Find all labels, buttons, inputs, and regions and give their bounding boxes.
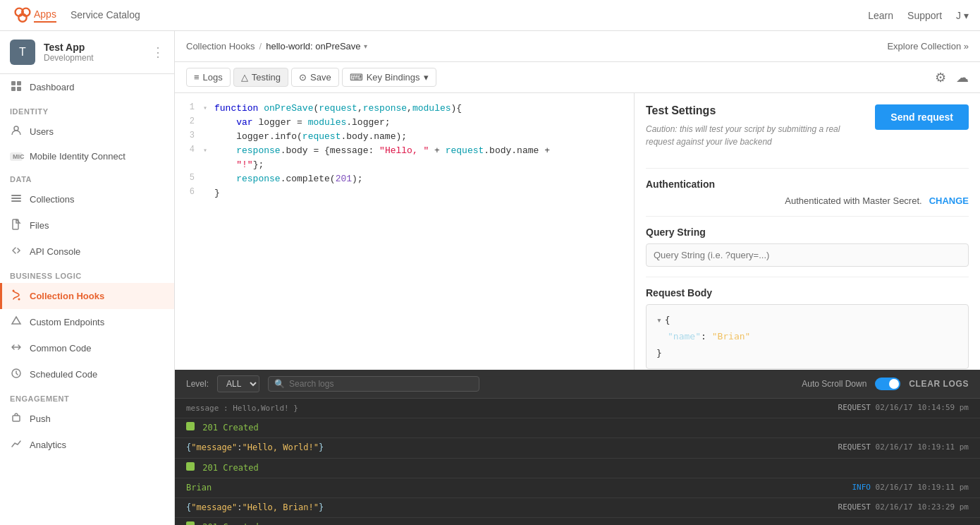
level-label: Level: xyxy=(186,379,209,389)
svg-rect-6 xyxy=(17,87,21,91)
log-status-2: 201 Created xyxy=(175,459,980,478)
app-logo xyxy=(11,4,34,27)
request-body-editor[interactable]: ▾{ "name": "Brian" } xyxy=(646,304,969,369)
logs-panel: Level: ALL 🔍 Auto Scroll Down CLEAR LOGS xyxy=(175,370,980,525)
svg-rect-10 xyxy=(11,200,21,202)
custom-endpoints-label: Custom Endpoints xyxy=(30,317,104,327)
mic-badge-icon: MIC xyxy=(10,152,23,161)
sidebar-item-api-console[interactable]: API Console xyxy=(0,239,174,265)
main-layout: T Test App Development ⋮ Dashboard IDENT… xyxy=(0,31,980,525)
custom-endpoints-icon xyxy=(10,315,23,329)
analytics-label: Analytics xyxy=(30,440,66,450)
nav-learn[interactable]: Learn xyxy=(868,10,893,21)
logs-button[interactable]: ≡ Logs xyxy=(186,68,231,87)
scheduled-code-icon xyxy=(10,368,23,381)
query-string-title: Query String xyxy=(646,216,969,238)
svg-marker-14 xyxy=(12,317,20,324)
body-toggle-icon: ▾ xyxy=(656,315,662,325)
app-icon: T xyxy=(10,40,35,65)
testing-button[interactable]: △ Testing xyxy=(233,68,288,87)
code-editor[interactable]: 1 ▾ function onPreSave(request,response,… xyxy=(175,93,635,370)
sidebar-app-info: Test App Development xyxy=(44,42,143,63)
svg-point-13 xyxy=(18,298,20,301)
users-label: Users xyxy=(30,126,54,137)
log-status-3: 201 Created xyxy=(175,518,980,525)
top-nav-right: Learn Support J ▾ xyxy=(868,10,969,21)
app-env: Development xyxy=(44,53,143,63)
key-bindings-button[interactable]: ⌨ Key Bindings ▾ xyxy=(342,68,436,87)
analytics-icon xyxy=(10,438,23,452)
sidebar-section-data: DATA xyxy=(0,168,174,186)
status-badge-icon xyxy=(186,422,195,430)
code-line-4: 4 ▾ response.body = {message: "Hello, " … xyxy=(175,144,634,158)
cloud-icon[interactable]: ☁ xyxy=(956,70,969,85)
code-line-1: 1 ▾ function onPreSave(request,response,… xyxy=(175,102,634,116)
collection-hooks-label: Collection Hooks xyxy=(30,291,104,301)
query-string-input[interactable] xyxy=(646,243,969,267)
sidebar-item-custom-endpoints[interactable]: Custom Endpoints xyxy=(0,309,174,335)
keyboard-icon: ⌨ xyxy=(350,72,363,83)
auto-scroll-label: Auto Scroll Down xyxy=(802,379,866,389)
api-console-icon xyxy=(10,245,23,258)
test-panel: Test Settings Caution: this will test yo… xyxy=(635,93,980,370)
request-body-title: Request Body xyxy=(646,277,969,298)
authentication-title: Authentication xyxy=(646,168,969,190)
breadcrumb-separator: / xyxy=(259,41,262,52)
files-label: Files xyxy=(30,220,49,231)
nav-apps[interactable]: Apps xyxy=(34,8,56,23)
sidebar-item-collection-hooks[interactable]: Collection Hooks xyxy=(0,283,174,309)
logs-search-input[interactable] xyxy=(289,379,473,389)
code-line-2: 2 var logger = modules.logger; xyxy=(175,116,634,130)
sidebar-item-dashboard[interactable]: Dashboard xyxy=(0,74,174,100)
code-line-3: 3 logger.info(request.body.name); xyxy=(175,130,634,144)
settings-gear-icon[interactable]: ⚙ xyxy=(935,70,946,85)
editor-test-area: 1 ▾ function onPreSave(request,response,… xyxy=(175,93,980,370)
common-code-icon xyxy=(10,342,23,355)
sidebar-item-push[interactable]: Push xyxy=(0,406,174,432)
level-select[interactable]: ALL xyxy=(217,375,259,392)
nav-user[interactable]: J ▾ xyxy=(956,10,969,21)
toolbar-right: ⚙ ☁ xyxy=(935,70,969,85)
code-line-6: 6 } xyxy=(175,186,634,200)
users-icon xyxy=(10,125,23,138)
sidebar-section-identity: IDENTITY xyxy=(0,100,174,119)
sidebar-item-analytics[interactable]: Analytics xyxy=(0,432,174,458)
svg-point-12 xyxy=(13,290,15,292)
breadcrumb-collection-hooks[interactable]: Collection Hooks xyxy=(186,41,255,52)
send-request-button[interactable]: Send request xyxy=(875,104,969,130)
svg-rect-4 xyxy=(17,81,21,85)
log-entry-2: {"message":"Hello, World!"} REQUEST 02/1… xyxy=(175,438,980,458)
sidebar-item-common-code[interactable]: Common Code xyxy=(0,335,174,361)
auth-row: Authenticated with Master Secret. CHANGE xyxy=(646,195,969,206)
sidebar-app-header[interactable]: T Test App Development ⋮ xyxy=(0,31,174,74)
nav-service-catalog[interactable]: Service Catalog xyxy=(71,9,140,22)
explore-collection-link[interactable]: Explore Collection » xyxy=(887,41,969,52)
toggle-knob xyxy=(889,379,899,389)
sidebar-item-users[interactable]: Users xyxy=(0,119,174,145)
nav-support[interactable]: Support xyxy=(907,10,942,21)
code-line-5: 5 response.complete(201); xyxy=(175,172,634,186)
svg-rect-5 xyxy=(11,87,16,91)
collections-icon xyxy=(10,193,23,206)
save-button[interactable]: ⊙ Save xyxy=(291,68,339,87)
search-icon: 🔍 xyxy=(274,379,285,389)
sidebar-item-collections[interactable]: Collections xyxy=(0,186,174,212)
sidebar-more-icon[interactable]: ⋮ xyxy=(152,44,164,60)
push-label: Push xyxy=(30,414,51,424)
auto-scroll-toggle[interactable] xyxy=(875,378,900,390)
clear-logs-button[interactable]: CLEAR LOGS xyxy=(909,379,969,389)
code-line-4b: "!"}; xyxy=(175,158,634,172)
mic-label: Mobile Identity Connect xyxy=(30,151,125,162)
collection-hooks-icon xyxy=(10,289,23,303)
logs-icon: ≡ xyxy=(194,72,200,83)
dashboard-label: Dashboard xyxy=(30,82,75,92)
sidebar-item-scheduled-code[interactable]: Scheduled Code xyxy=(0,361,174,387)
sidebar-item-files[interactable]: Files xyxy=(0,212,174,239)
test-settings-title: Test Settings xyxy=(646,104,864,117)
collections-label: Collections xyxy=(30,194,75,205)
auth-change-button[interactable]: CHANGE xyxy=(929,195,969,206)
keybindings-chevron-icon: ▾ xyxy=(424,72,429,83)
sidebar-item-mic[interactable]: MIC Mobile Identity Connect xyxy=(0,145,174,168)
breadcrumb-current[interactable]: hello-world: onPreSave ▾ xyxy=(266,41,367,52)
test-caution-text: Caution: this will test your script by s… xyxy=(646,123,864,148)
